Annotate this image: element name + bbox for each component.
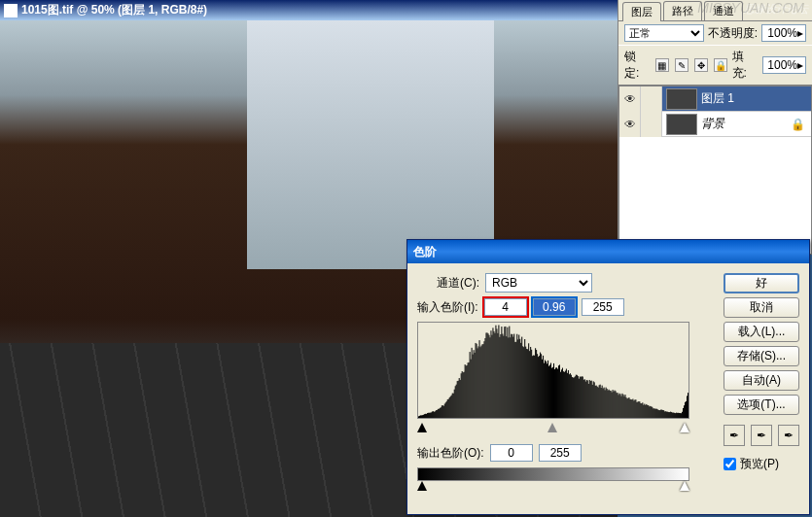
tab-channels[interactable]: 通道 bbox=[704, 1, 743, 20]
output-white-slider[interactable] bbox=[680, 481, 689, 491]
auto-button[interactable]: 自动(A) bbox=[724, 370, 799, 391]
svg-rect-184 bbox=[596, 386, 597, 418]
cancel-button[interactable]: 取消 bbox=[724, 297, 799, 318]
svg-rect-234 bbox=[644, 404, 645, 418]
svg-rect-48 bbox=[465, 364, 466, 418]
svg-rect-209 bbox=[620, 394, 621, 418]
svg-rect-80 bbox=[495, 326, 496, 418]
svg-rect-120 bbox=[534, 356, 535, 418]
svg-rect-150 bbox=[563, 371, 564, 418]
svg-rect-275 bbox=[684, 405, 685, 418]
input-gamma-field[interactable] bbox=[533, 298, 576, 316]
output-white-field[interactable] bbox=[539, 444, 582, 462]
preview-label: 预览(P) bbox=[740, 456, 779, 472]
svg-rect-123 bbox=[537, 354, 538, 418]
svg-rect-69 bbox=[485, 338, 486, 418]
channel-select[interactable]: RGB bbox=[485, 273, 592, 293]
black-point-slider[interactable] bbox=[417, 423, 427, 432]
svg-rect-277 bbox=[686, 401, 687, 418]
layer-empty-area[interactable] bbox=[619, 137, 811, 254]
input-slider[interactable] bbox=[417, 423, 689, 434]
layer-item-1[interactable]: 👁 图层 1 bbox=[619, 86, 811, 112]
eyedropper-black-icon[interactable]: ✒ bbox=[724, 425, 745, 446]
svg-rect-110 bbox=[524, 339, 525, 418]
svg-rect-269 bbox=[678, 413, 679, 418]
svg-rect-7 bbox=[425, 414, 426, 418]
svg-rect-40 bbox=[457, 381, 458, 418]
svg-rect-191 bbox=[603, 389, 604, 418]
blend-mode-select[interactable]: 正常 bbox=[624, 24, 704, 42]
svg-rect-155 bbox=[568, 370, 569, 418]
layer-item-bg[interactable]: 👁 背景 🔒 bbox=[619, 112, 811, 137]
channel-label: 通道(C): bbox=[437, 275, 479, 292]
svg-rect-175 bbox=[587, 380, 588, 418]
svg-rect-60 bbox=[477, 344, 477, 418]
svg-rect-105 bbox=[519, 339, 520, 418]
svg-rect-73 bbox=[488, 335, 489, 418]
svg-rect-249 bbox=[658, 410, 659, 418]
svg-rect-33 bbox=[450, 396, 451, 418]
lock-transparent-icon[interactable]: ▦ bbox=[655, 58, 669, 72]
lock-all-icon[interactable]: 🔒 bbox=[714, 58, 727, 72]
svg-rect-276 bbox=[685, 402, 686, 418]
panel-tabs: 图层 路径 通道 bbox=[618, 0, 812, 21]
svg-rect-201 bbox=[613, 390, 614, 418]
save-button[interactable]: 存储(S)... bbox=[724, 346, 799, 366]
svg-rect-210 bbox=[621, 396, 622, 418]
visibility-icon[interactable]: 👁 bbox=[619, 112, 641, 137]
svg-rect-173 bbox=[585, 382, 586, 418]
svg-rect-264 bbox=[673, 413, 674, 418]
preview-checkbox[interactable] bbox=[724, 458, 736, 470]
svg-rect-214 bbox=[624, 395, 625, 418]
output-slider[interactable] bbox=[417, 481, 689, 493]
dialog-titlebar[interactable]: 色阶 bbox=[407, 240, 809, 263]
input-white-field[interactable] bbox=[582, 298, 624, 316]
lock-brush-icon[interactable]: ✎ bbox=[675, 58, 688, 72]
svg-rect-139 bbox=[552, 367, 553, 418]
svg-rect-129 bbox=[543, 356, 544, 418]
link-cell[interactable] bbox=[641, 86, 662, 112]
svg-rect-131 bbox=[545, 361, 546, 418]
ok-button[interactable]: 好 bbox=[724, 273, 799, 293]
svg-rect-70 bbox=[486, 332, 487, 418]
tab-paths[interactable]: 路径 bbox=[663, 1, 702, 20]
svg-rect-15 bbox=[433, 411, 434, 418]
svg-rect-158 bbox=[571, 375, 572, 418]
svg-rect-148 bbox=[561, 369, 562, 418]
svg-rect-145 bbox=[558, 365, 559, 418]
input-black-field[interactable] bbox=[484, 298, 527, 316]
svg-rect-167 bbox=[580, 376, 581, 418]
svg-rect-51 bbox=[468, 362, 469, 418]
svg-rect-9 bbox=[427, 413, 428, 418]
output-black-slider[interactable] bbox=[417, 481, 427, 491]
options-button[interactable]: 选项(T)... bbox=[724, 395, 799, 415]
eyedropper-white-icon[interactable]: ✒ bbox=[778, 425, 799, 446]
svg-rect-133 bbox=[547, 363, 547, 418]
opacity-value[interactable]: 100%▸ bbox=[761, 24, 806, 42]
svg-rect-84 bbox=[499, 337, 500, 418]
svg-rect-106 bbox=[520, 343, 521, 418]
svg-rect-6 bbox=[424, 414, 425, 418]
svg-rect-34 bbox=[451, 396, 452, 418]
gamma-slider[interactable] bbox=[547, 423, 557, 432]
eyedropper-gray-icon[interactable]: ✒ bbox=[751, 425, 772, 446]
svg-rect-178 bbox=[590, 381, 591, 418]
link-cell[interactable] bbox=[641, 112, 662, 137]
svg-rect-135 bbox=[548, 366, 549, 418]
tab-layers[interactable]: 图层 bbox=[622, 2, 661, 21]
output-black-field[interactable] bbox=[490, 444, 533, 462]
white-point-slider[interactable] bbox=[680, 423, 689, 432]
svg-rect-53 bbox=[470, 352, 471, 418]
fill-value[interactable]: 100%▸ bbox=[762, 56, 806, 74]
svg-rect-242 bbox=[652, 407, 653, 418]
layer-thumbnail bbox=[666, 88, 697, 110]
svg-rect-86 bbox=[501, 327, 502, 418]
svg-rect-152 bbox=[565, 371, 566, 418]
svg-rect-45 bbox=[462, 371, 463, 418]
svg-rect-199 bbox=[611, 391, 612, 418]
lock-move-icon[interactable]: ✥ bbox=[694, 58, 708, 72]
load-button[interactable]: 载入(L)... bbox=[724, 322, 799, 342]
svg-rect-17 bbox=[435, 411, 436, 418]
svg-rect-142 bbox=[555, 367, 556, 418]
visibility-icon[interactable]: 👁 bbox=[619, 86, 641, 112]
